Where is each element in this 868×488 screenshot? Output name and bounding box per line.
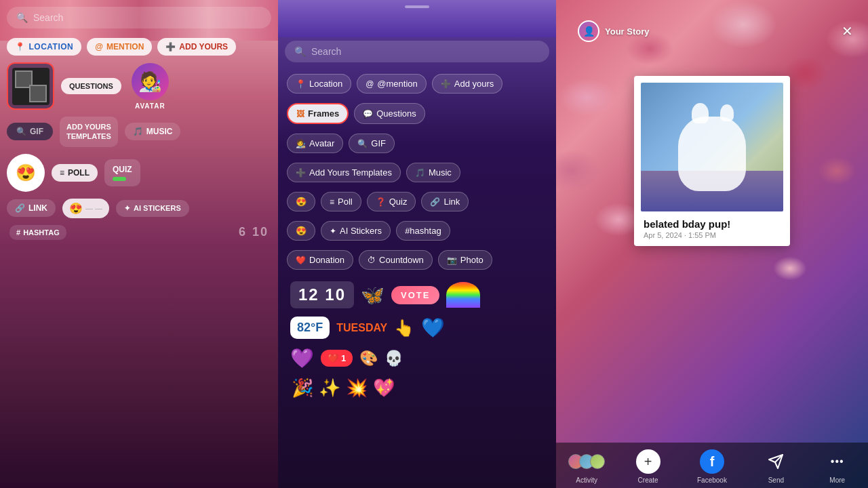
mid-like-counter[interactable]: ❤️ 1 (321, 350, 353, 367)
left-hashtag-chip[interactable]: # HASHTAG (9, 225, 66, 240)
ai-icon: ✦ (124, 204, 130, 213)
left-row5: 🔗 LINK 😍 — — ✦ AI STICKERS (7, 199, 271, 218)
send-icon-area (764, 449, 788, 474)
left-link-chip[interactable]: 🔗 LINK (7, 199, 56, 217)
mid-addyours-chip[interactable]: ➕ Add yours (432, 74, 503, 94)
left-ai-stickers-chip[interactable]: ✦ AI STICKERS (116, 200, 189, 217)
mid-rainbow-sticker[interactable] (446, 282, 480, 308)
location-icon: 📍 (15, 42, 26, 52)
quiz-label: QUIZ (113, 165, 132, 174)
your-story-label: Your Story (605, 26, 650, 37)
bottom-send[interactable]: Send (764, 449, 788, 484)
bottom-more[interactable]: ••• More (825, 449, 850, 484)
mid-ai-icon: ✦ (330, 226, 336, 236)
mid-quiz-label: Quiz (389, 197, 408, 207)
mid-gif-label: GIF (371, 138, 386, 148)
mid-countdown-sticker[interactable]: 12 10 (290, 281, 354, 308)
left-mention-chip[interactable]: @ MENTION (87, 38, 152, 56)
mid-poll-chip[interactable]: ≡ Poll (321, 192, 361, 211)
close-button[interactable]: ✕ (837, 21, 857, 41)
mid-add-yours-templates-chip[interactable]: ➕ Add Yours Templates (287, 163, 401, 182)
mid-emoji-chip[interactable]: 😍 (287, 192, 315, 211)
mid-photo-chip[interactable]: 📷 Photo (438, 250, 492, 270)
mid-day-sticker[interactable]: TUESDAY (336, 322, 387, 334)
temp-value: 82°F (297, 321, 323, 335)
mid-chips-row5: 😍 ≡ Poll ❓ Quiz 🔗 Link (285, 190, 549, 214)
mid-mention-chip[interactable]: @ @mention (357, 74, 427, 94)
emoji-fire[interactable]: 💥 (346, 378, 368, 399)
left-search-icon: 🔍 (16, 12, 28, 23)
emoji-wow[interactable]: ✨ (319, 378, 340, 399)
left-poll-chip[interactable]: ≡ POLL (52, 164, 98, 182)
mid-donation-label: Donation (309, 255, 344, 265)
mid-doodle1[interactable]: 🎨 (359, 350, 378, 367)
mid-hashtag-chip[interactable]: #hashtag (396, 221, 450, 241)
mid-link-icon: 🔗 (430, 197, 440, 207)
hashtag-label: HASHTAG (23, 228, 60, 237)
left-frames-sticker[interactable] (7, 62, 54, 110)
mid-heart-purple-sticker[interactable]: 💜 (290, 347, 314, 369)
mid-countdown-chip[interactable]: ⏱ Countdown (359, 250, 433, 270)
mid-donation-chip[interactable]: ❤️ Donation (287, 250, 353, 270)
mid-weather-sticker[interactable]: 82°F (290, 317, 330, 339)
mid-sticker-row1: 12 10 🦋 VOTE (285, 277, 549, 312)
left-gif-chip[interactable]: 🔍 GIF (7, 123, 53, 140)
emoji-yay[interactable]: 🎉 (292, 378, 313, 399)
emoji-love[interactable]: 💖 (373, 378, 395, 399)
mid-sound-sticker[interactable]: 👆 (394, 319, 414, 338)
mid-quiz-chip[interactable]: ❓ Quiz (367, 192, 416, 211)
music-label: MUSIC (146, 127, 173, 136)
mid-questions-chip[interactable]: 💬 Questions (354, 103, 425, 124)
left-emoji-bar[interactable]: 😍 — — (62, 199, 109, 218)
mid-music-label: Music (429, 167, 452, 178)
left-music-chip[interactable]: 🎵 MUSIC (125, 123, 181, 140)
bottom-activity[interactable]: Activity (574, 449, 599, 484)
mid-location-chip[interactable]: 📍 Location (287, 74, 351, 94)
bottom-create[interactable]: + Create (636, 449, 660, 484)
left-questions-chip[interactable]: QUESTIONS (61, 78, 121, 94)
send-label: Send (768, 476, 784, 484)
mid-link-chip[interactable]: 🔗 Link (421, 192, 469, 211)
create-icon-area: + (636, 449, 660, 474)
mid-doodle2[interactable]: 💀 (384, 350, 403, 367)
your-story-area: 👤 Your Story (567, 10, 660, 52)
mid-gif-chip[interactable]: 🔍 GIF (349, 134, 395, 153)
mid-frames-chip[interactable]: 🖼 Frames (287, 103, 349, 124)
photo-caption: belated bday pup! Apr 5, 2024 · 1:55 PM (641, 218, 783, 239)
your-story-avatar: 👤 (578, 20, 599, 42)
left-add-yours-templates[interactable]: ADD YOURS TEMPLATES (60, 117, 118, 147)
left-quiz-sticker[interactable]: QUIZ (104, 159, 140, 186)
heart-purple-icon: 💜 (290, 347, 314, 369)
mention-label: MENTION (106, 42, 144, 52)
left-search-bar[interactable]: 🔍 Search (7, 7, 271, 28)
mid-music-chip[interactable]: 🎵 Music (406, 163, 460, 182)
left-addyours-chip[interactable]: ➕ ADD YOURS (157, 38, 236, 56)
mid-emoji2-chip[interactable]: 😍 (287, 221, 315, 241)
mid-chips-row7: ❤️ Donation ⏱ Countdown 📷 Photo (285, 248, 549, 272)
create-plus-icon: + (636, 449, 660, 474)
avatar-circle: 🧑‍🎨 (132, 63, 169, 100)
mid-ai-chip[interactable]: ✦ AI Stickers (321, 221, 391, 241)
quiz-bar (113, 177, 126, 181)
mid-avatar-label: Avatar (309, 138, 334, 148)
mid-location-label: Location (309, 79, 342, 89)
left-emoji-circle[interactable]: 😍 (7, 154, 45, 192)
dog-image (678, 117, 746, 191)
left-location-chip[interactable]: 📍 LOCATION (7, 38, 81, 56)
mid-heart-sticker[interactable]: 💙 (421, 317, 445, 339)
left-row2: QUESTIONS 🧑‍🎨 AVATAR (7, 62, 271, 110)
mid-avatar-chip[interactable]: 🧑‍🎨 Avatar (287, 134, 343, 153)
bottom-facebook[interactable]: f Facebook (697, 449, 727, 484)
mid-search-bar[interactable]: 🔍 Search (285, 41, 549, 62)
left-row3: 🔍 GIF ADD YOURS TEMPLATES 🎵 MUSIC (7, 117, 271, 147)
right-panel: 👤 Your Story ✕ belated bday pup! Apr 5, … (556, 0, 868, 488)
right-bottom-bar: Activity + Create f Facebook (556, 443, 868, 488)
mid-butterfly-sticker[interactable]: 🦋 (361, 284, 384, 306)
mid-link-label: Link (443, 197, 460, 207)
photo-image (641, 83, 783, 211)
left-avatar-sticker[interactable]: 🧑‍🎨 AVATAR (128, 63, 172, 110)
addyours-icon: ➕ (165, 42, 176, 52)
mid-vote-sticker[interactable]: VOTE (391, 286, 439, 304)
link-icon: 🔗 (15, 203, 25, 213)
mid-mention-label: @mention (377, 79, 417, 89)
